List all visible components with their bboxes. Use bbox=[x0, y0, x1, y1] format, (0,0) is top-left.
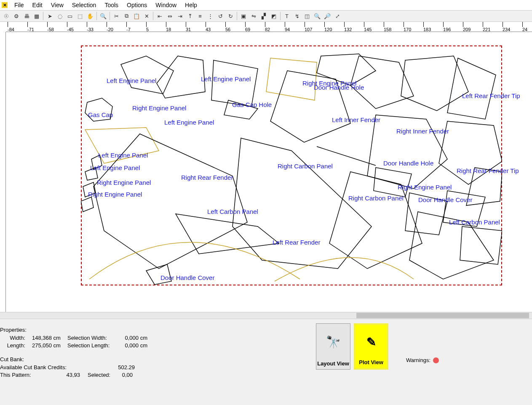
ruler-tick: 18 bbox=[166, 27, 171, 32]
ruler-tick: -71 bbox=[27, 27, 34, 32]
tool-align-top-icon[interactable]: ⤒ bbox=[185, 11, 195, 21]
tool-align-right-icon[interactable]: ⇥ bbox=[175, 11, 184, 21]
tool-rotate-l-icon[interactable]: ↺ bbox=[216, 11, 225, 21]
tool-rotate-r-icon[interactable]: ↻ bbox=[226, 11, 235, 21]
sel-width-label: Selection Width: bbox=[67, 335, 114, 341]
tool-zoom-fit-icon[interactable]: ⤢ bbox=[333, 11, 342, 21]
svg-marker-27 bbox=[146, 264, 171, 285]
menu-edit[interactable]: Edit bbox=[28, 1, 47, 9]
ruler-tick: 69 bbox=[245, 27, 250, 32]
ruler-tick: 221 bbox=[483, 27, 490, 32]
ruler-tick: 56 bbox=[225, 27, 230, 32]
menu-window[interactable]: Window bbox=[151, 1, 181, 9]
tool-transform-icon[interactable]: ◩ bbox=[269, 11, 278, 21]
svg-marker-13 bbox=[91, 155, 102, 170]
warnings-label: Warnings: bbox=[406, 357, 430, 363]
toolbar-separator bbox=[96, 12, 97, 20]
ruler-tick: 132 bbox=[344, 27, 352, 32]
toolbar-separator bbox=[237, 12, 237, 20]
ruler-tick: -84 bbox=[8, 27, 14, 32]
tool-nest-icon[interactable]: ▣ bbox=[239, 11, 248, 21]
tool-new-icon[interactable]: ☉ bbox=[2, 11, 11, 21]
ruler-tick: -45 bbox=[67, 27, 74, 32]
menubar: ✕ File Edit View Selection Tools Options… bbox=[0, 0, 532, 10]
toolbar-separator bbox=[43, 12, 43, 20]
sel-length-label: Selection Length: bbox=[67, 342, 114, 349]
tool-flip-icon[interactable]: ⇋ bbox=[249, 11, 258, 21]
ruler-tick: 158 bbox=[384, 27, 391, 32]
menu-file[interactable]: File bbox=[10, 1, 28, 9]
warning-icon[interactable] bbox=[433, 357, 439, 363]
horizontal-scrollbar[interactable] bbox=[0, 312, 532, 319]
menu-options[interactable]: Options bbox=[123, 1, 151, 9]
plot-view-button[interactable]: ✎ Plot View bbox=[354, 323, 388, 370]
menu-help[interactable]: Help bbox=[181, 1, 201, 9]
ruler-tick: 196 bbox=[443, 27, 451, 32]
svg-marker-18 bbox=[176, 214, 279, 254]
view-buttons: 🔭 Layout View ✎ Plot View bbox=[316, 323, 388, 370]
pattern-shapes bbox=[81, 45, 502, 288]
toolbar-separator bbox=[153, 12, 153, 20]
toolbar-separator bbox=[280, 12, 281, 20]
ruler-tick: 24 bbox=[522, 27, 527, 32]
tool-align-left-icon[interactable]: ⇤ bbox=[155, 11, 164, 21]
tool-pointer-icon[interactable]: ➤ bbox=[45, 11, 54, 21]
ruler-tick: 107 bbox=[305, 27, 312, 32]
tool-dist-h-icon[interactable]: ≡ bbox=[195, 11, 205, 21]
tool-measure-icon[interactable]: ◫ bbox=[302, 11, 312, 21]
tool-dist-v-icon[interactable]: ⋮ bbox=[206, 11, 215, 21]
design-canvas[interactable]: Left Engine PanelLeft Engine PanelRight … bbox=[6, 32, 532, 312]
this-pattern-value: 43,93 bbox=[42, 372, 80, 378]
menu-selection[interactable]: Selection bbox=[68, 1, 101, 9]
properties-column: Properties: Width: 148,368 cm Selection … bbox=[0, 323, 160, 379]
tool-zoom-in-icon[interactable]: 🔍 bbox=[313, 11, 322, 21]
tool-zoom-out-icon[interactable]: 🔎 bbox=[323, 11, 332, 21]
tool-cog-icon[interactable]: ⚙ bbox=[12, 11, 21, 21]
ruler-vertical bbox=[0, 32, 6, 312]
binoculars-icon: 🔭 bbox=[326, 324, 341, 360]
status-panel: Properties: Width: 148,368 cm Selection … bbox=[0, 319, 532, 405]
width-value: 148,368 cm bbox=[29, 335, 67, 341]
tool-cut-icon[interactable]: ✂ bbox=[112, 11, 121, 21]
tool-copy-icon[interactable]: ⧉ bbox=[122, 11, 131, 21]
tool-delete-icon[interactable]: ✕ bbox=[142, 11, 151, 21]
sel-width-value: 0,000 cm bbox=[114, 335, 147, 341]
warnings-area: Warnings: bbox=[406, 357, 439, 363]
tool-print-icon[interactable]: 🖶 bbox=[22, 11, 31, 21]
svg-marker-9 bbox=[401, 56, 468, 111]
workspace: Left Engine PanelLeft Engine PanelRight … bbox=[0, 32, 532, 312]
width-label: Width: bbox=[0, 335, 29, 341]
tool-marquee-icon[interactable]: ⬚ bbox=[75, 11, 85, 21]
scrollbar-thumb[interactable] bbox=[356, 313, 529, 318]
length-label: Length: bbox=[0, 342, 29, 349]
tool-align-center-icon[interactable]: ⇔ bbox=[165, 11, 174, 21]
ruler-tick: -7 bbox=[126, 27, 131, 32]
avail-credits-label: Available Cut Bank Credits: bbox=[0, 364, 84, 370]
svg-marker-29 bbox=[460, 226, 502, 264]
sel-length-value: 0,000 cm bbox=[114, 342, 147, 349]
ruler-tick: 145 bbox=[364, 27, 372, 32]
tool-mirror-icon[interactable]: ▞ bbox=[259, 11, 268, 21]
cutbank-title: Cut Bank: bbox=[0, 356, 160, 362]
length-value: 275,050 cm bbox=[29, 342, 67, 349]
svg-marker-16 bbox=[81, 197, 94, 212]
svg-marker-21 bbox=[367, 115, 447, 189]
layout-view-button[interactable]: 🔭 Layout View bbox=[316, 323, 350, 370]
tool-outline-icon[interactable]: ↯ bbox=[292, 11, 302, 21]
tool-text-icon[interactable]: T bbox=[282, 11, 291, 21]
svg-marker-0 bbox=[121, 56, 174, 94]
tool-paste-icon[interactable]: 📋 bbox=[132, 11, 141, 21]
menu-tools[interactable]: Tools bbox=[100, 1, 123, 9]
tool-lasso-icon[interactable]: ◌ bbox=[55, 11, 64, 21]
menu-view[interactable]: View bbox=[47, 1, 68, 9]
svg-line-11 bbox=[317, 147, 376, 165]
tool-rect-select-icon[interactable]: ▭ bbox=[65, 11, 75, 21]
svg-marker-10 bbox=[447, 58, 496, 119]
ruler-tick: 31 bbox=[186, 27, 191, 32]
layout-view-label: Layout View bbox=[317, 360, 349, 367]
tool-hand-icon[interactable]: ✋ bbox=[86, 11, 95, 21]
svg-marker-15 bbox=[83, 182, 96, 197]
svg-marker-22 bbox=[439, 121, 502, 184]
tool-scan-icon[interactable]: ▦ bbox=[32, 11, 41, 21]
tool-zoom-icon[interactable]: 🔍 bbox=[99, 11, 108, 21]
